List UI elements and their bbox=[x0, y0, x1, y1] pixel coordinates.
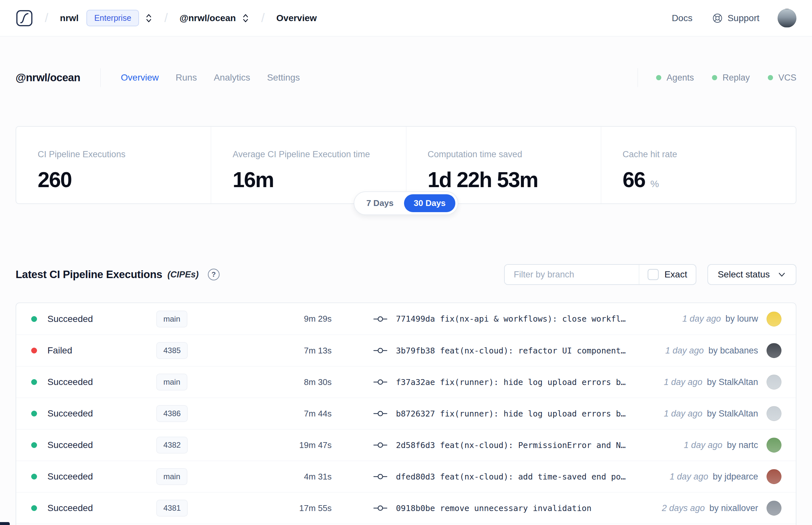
duration-label: 17m 55s bbox=[263, 503, 332, 513]
range-option-7-days[interactable]: 7 Days bbox=[357, 194, 403, 212]
author-avatar bbox=[767, 469, 781, 484]
top-nav: / nrwl Enterprise / @nrwl/ocean / Overvi… bbox=[0, 0, 812, 36]
author-label: by StalkAltan bbox=[707, 377, 758, 387]
status-label: Failed bbox=[47, 345, 72, 356]
duration-label: 9m 29s bbox=[263, 314, 332, 324]
tab-settings[interactable]: Settings bbox=[267, 73, 300, 83]
duration-label: 19m 47s bbox=[263, 440, 332, 450]
time-ago-label: 1 day ago bbox=[683, 314, 721, 324]
breadcrumb-separator: / bbox=[261, 11, 265, 25]
time-ago-label: 1 day ago bbox=[670, 472, 708, 482]
breadcrumb-page: Overview bbox=[276, 13, 317, 24]
user-avatar[interactable] bbox=[778, 9, 796, 28]
commit-text: 771499da fix(nx-api & workflows): close … bbox=[396, 314, 626, 324]
workspace-tabs: OverviewRunsAnalyticsSettings bbox=[121, 73, 300, 83]
status-dot-icon bbox=[31, 505, 37, 511]
chat-widget-partial[interactable] bbox=[0, 522, 10, 525]
table-row[interactable]: Succeededmain4m 31sdfed80d3 feat(nx-clou… bbox=[16, 461, 796, 492]
commit-icon bbox=[373, 347, 387, 354]
author-label: by bcabanes bbox=[708, 346, 758, 356]
workspace-header: @nrwl/ocean OverviewRunsAnalyticsSetting… bbox=[16, 68, 796, 88]
tab-runs[interactable]: Runs bbox=[176, 73, 197, 83]
commit-text: f37a32ae fix(runner): hide log upload er… bbox=[396, 377, 626, 387]
duration-label: 7m 44s bbox=[263, 409, 332, 419]
exact-checkbox[interactable] bbox=[648, 269, 659, 280]
time-ago-label: 1 day ago bbox=[665, 346, 704, 356]
executions-header: Latest CI Pipeline Executions (CIPEs) ? … bbox=[16, 264, 796, 285]
branch-cell: main bbox=[156, 311, 263, 328]
time-ago-label: 1 day ago bbox=[664, 409, 703, 419]
feature-label: Replay bbox=[722, 73, 750, 83]
commit-cell: 771499da fix(nx-api & workflows): close … bbox=[373, 314, 626, 324]
chevron-down-icon bbox=[778, 270, 786, 279]
time-ago-label: 1 day ago bbox=[684, 440, 722, 450]
attribution-cell: 1 day agoby StalkAltan bbox=[664, 406, 781, 421]
org-switcher-chevrons-icon[interactable] bbox=[145, 13, 153, 23]
exact-toggle[interactable]: Exact bbox=[639, 265, 696, 284]
author-avatar bbox=[767, 501, 781, 515]
status-label: Succeeded bbox=[47, 503, 93, 513]
branch-cell: 4382 bbox=[156, 437, 263, 453]
tab-overview[interactable]: Overview bbox=[121, 73, 159, 83]
attribution-cell: 2 days agoby nixallover bbox=[662, 501, 781, 515]
status-dot-icon bbox=[31, 348, 37, 354]
table-row[interactable]: Succeededmain9m 29s771499da fix(nx-api &… bbox=[16, 303, 796, 335]
stats-panel: CI Pipeline Executions260Average CI Pipe… bbox=[16, 126, 796, 204]
branch-cell: main bbox=[156, 374, 263, 390]
commit-cell: 3b79fb38 feat(nx-cloud): refactor UI com… bbox=[373, 346, 626, 356]
table-row[interactable]: Succeeded43867m 44sb8726327 fix(runner):… bbox=[16, 397, 796, 429]
stat-suffix: % bbox=[650, 178, 659, 190]
status-cell: Failed bbox=[31, 345, 156, 356]
table-row[interactable]: Succeededmain8m 30sf37a32ae fix(runner):… bbox=[16, 366, 796, 397]
status-cell: Succeeded bbox=[31, 314, 156, 324]
branch-filter-input[interactable] bbox=[505, 265, 639, 284]
tab-analytics[interactable]: Analytics bbox=[214, 73, 250, 83]
status-dot-icon bbox=[31, 442, 37, 448]
status-label: Succeeded bbox=[47, 471, 93, 482]
commit-text: 0918b0be remove unnecessary invalidation bbox=[396, 504, 592, 513]
branch-badge: 4382 bbox=[156, 437, 188, 453]
table-row[interactable]: Succeeded438117m 55s0918b0be remove unne… bbox=[16, 492, 796, 524]
range-toggle: 7 Days30 Days bbox=[354, 191, 458, 215]
workspace-switcher-chevrons-icon[interactable] bbox=[242, 13, 249, 23]
commit-text: dfed80d3 feat(nx-cloud): add time-saved … bbox=[396, 472, 626, 481]
status-select-label: Select status bbox=[718, 269, 770, 280]
duration-label: 4m 31s bbox=[263, 472, 332, 482]
status-dot-icon bbox=[712, 75, 717, 80]
table-row[interactable]: Succeeded438219m 47s2d58f6d3 feat(nx-clo… bbox=[16, 429, 796, 461]
range-option-30-days[interactable]: 30 Days bbox=[404, 194, 455, 212]
author-label: by jdpearce bbox=[713, 472, 758, 482]
app-logo-icon[interactable] bbox=[16, 10, 33, 27]
status-label: Succeeded bbox=[47, 408, 93, 419]
author-avatar bbox=[767, 438, 781, 452]
attribution-cell: 1 day agoby jdpearce bbox=[670, 469, 781, 484]
breadcrumb-org[interactable]: nrwl bbox=[60, 13, 79, 24]
attribution-cell: 1 day agoby StalkAltan bbox=[664, 375, 781, 390]
author-avatar bbox=[767, 375, 781, 390]
author-label: by StalkAltan bbox=[707, 409, 758, 419]
table-row[interactable]: Failed43857m 13s3b79fb38 feat(nx-cloud):… bbox=[16, 335, 796, 366]
status-dot-icon bbox=[31, 316, 37, 322]
feature-agents: Agents bbox=[656, 73, 694, 83]
branch-badge: 4385 bbox=[156, 342, 188, 359]
stat-value: 1d 22h 53m bbox=[428, 167, 601, 192]
status-select-button[interactable]: Select status bbox=[707, 264, 796, 285]
docs-link[interactable]: Docs bbox=[672, 13, 692, 24]
exact-label: Exact bbox=[664, 269, 687, 280]
author-label: by nixallover bbox=[709, 503, 758, 513]
lifebuoy-icon bbox=[712, 13, 723, 24]
commit-icon bbox=[373, 410, 387, 417]
status-cell: Succeeded bbox=[31, 377, 156, 387]
commit-icon bbox=[373, 473, 387, 480]
executions-table: Succeededmain9m 29s771499da fix(nx-api &… bbox=[16, 302, 796, 525]
executions-title: Latest CI Pipeline Executions bbox=[16, 268, 163, 281]
breadcrumb-workspace[interactable]: @nrwl/ocean bbox=[180, 13, 236, 24]
feature-replay: Replay bbox=[712, 73, 750, 83]
branch-cell: 4381 bbox=[156, 500, 263, 516]
help-icon[interactable]: ? bbox=[208, 269, 219, 280]
support-link[interactable]: Support bbox=[712, 13, 760, 24]
author-avatar bbox=[767, 406, 781, 421]
stat-value: 16m bbox=[232, 167, 406, 192]
status-label: Succeeded bbox=[47, 377, 93, 387]
commit-icon bbox=[373, 378, 387, 386]
